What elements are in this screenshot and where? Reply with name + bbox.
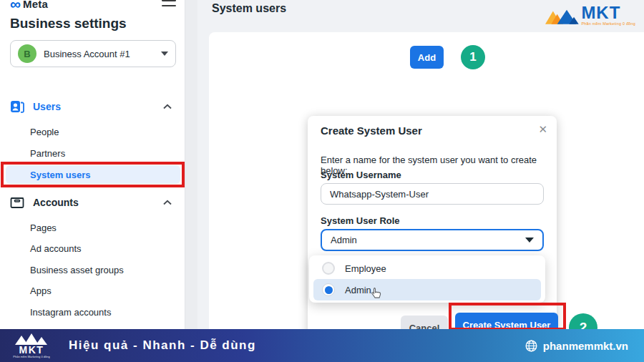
promo-banner: MKT Phần mềm Marketing 0 đồng Hiệu quả -… xyxy=(0,329,644,362)
sidebar-item-label: System users xyxy=(30,170,91,180)
option-label: Employee xyxy=(345,263,386,274)
meta-logo-text: Meta xyxy=(23,0,48,10)
meta-infinity-icon: ∞ xyxy=(10,0,21,10)
sidebar-item-ad-accounts[interactable]: Ad accounts xyxy=(6,239,180,258)
globe-icon xyxy=(525,340,537,352)
username-label: System Username xyxy=(321,170,401,180)
option-admin[interactable]: Admin xyxy=(313,279,541,300)
role-label: System User Role xyxy=(321,215,400,226)
business-account-selector[interactable]: B Business Account #1 xyxy=(10,40,176,67)
sidebar-item-instagram-accounts[interactable]: Instagram accounts xyxy=(6,303,180,321)
system-user-role-select[interactable]: Admin xyxy=(321,229,544,251)
sidebar-item-label: Partners xyxy=(30,148,65,159)
sidebar-scrollbar[interactable] xyxy=(185,0,197,329)
meta-logo: ∞ Meta xyxy=(10,0,48,10)
sidebar-item-apps[interactable]: Apps xyxy=(6,281,180,300)
chevron-down-icon xyxy=(161,52,168,56)
hand-cursor-icon xyxy=(370,287,382,300)
sidebar-item-partners[interactable]: Partners xyxy=(6,144,180,162)
accounts-icon xyxy=(10,196,24,209)
banner-website: phanmemmkt.vn xyxy=(525,340,628,352)
sidebar-item-pages[interactable]: Pages xyxy=(6,218,180,237)
mkt-banner-logo-text: MKT xyxy=(19,346,44,355)
sidebar-item-people[interactable]: People xyxy=(6,122,180,141)
sidebar-item-label: Apps xyxy=(30,285,52,296)
mkt-banner-tagline: Phần mềm Marketing 0 đồng xyxy=(13,355,49,358)
main-page-title: System users xyxy=(212,2,286,15)
sidebar: ∞ Meta Business settings B Business Acco… xyxy=(0,0,185,329)
sidebar-item-system-users[interactable]: System users xyxy=(6,165,180,184)
sidebar-section-users[interactable]: Users xyxy=(10,97,175,116)
sidebar-item-label: Pages xyxy=(30,222,57,233)
mkt-mountains-icon xyxy=(545,4,580,29)
sidebar-section-users-label: Users xyxy=(33,101,155,112)
sidebar-section-accounts-label: Accounts xyxy=(33,197,155,208)
users-icon xyxy=(10,99,24,114)
mkt-logo-tagline: Phần mềm Marketing 0 đồng xyxy=(581,21,635,26)
mkt-logo-text: MKT xyxy=(581,4,635,21)
chevron-up-icon[interactable] xyxy=(163,104,172,109)
dialog-title: Create System User xyxy=(321,124,422,137)
step-badge-1: 1 xyxy=(461,45,485,69)
sidebar-item-label: Business asset groups xyxy=(30,265,124,275)
system-username-input[interactable] xyxy=(321,183,544,205)
sidebar-item-label: Ad accounts xyxy=(30,243,82,254)
mkt-mountains-white-icon xyxy=(15,333,48,346)
business-account-label: Business Account #1 xyxy=(44,49,154,59)
sidebar-item-label: Instagram accounts xyxy=(30,307,111,318)
page-title: Business settings xyxy=(10,16,127,31)
chevron-down-icon xyxy=(525,238,534,243)
mkt-logo: MKT Phần mềm Marketing 0 đồng xyxy=(545,4,635,31)
option-label: Admin xyxy=(345,285,371,295)
avatar: B xyxy=(18,44,36,63)
menu-icon[interactable] xyxy=(162,0,176,10)
chevron-up-icon[interactable] xyxy=(163,200,172,205)
close-icon[interactable]: ✕ xyxy=(538,123,547,136)
website-text: phanmemmkt.vn xyxy=(543,340,628,352)
option-employee[interactable]: Employee xyxy=(313,258,541,279)
radio-selected-icon[interactable] xyxy=(322,283,335,296)
radio-unselected-icon[interactable] xyxy=(322,262,335,275)
sidebar-item-business-asset-groups[interactable]: Business asset groups xyxy=(6,260,180,279)
role-selected-value: Admin xyxy=(331,235,357,245)
add-button[interactable]: Add xyxy=(410,46,444,69)
banner-slogan: Hiệu quả - Nhanh - Dễ dùng xyxy=(69,338,256,353)
sidebar-item-label: People xyxy=(30,127,59,137)
role-options-dropdown: Employee Admin xyxy=(309,255,545,303)
sidebar-section-accounts[interactable]: Accounts xyxy=(10,193,175,212)
mkt-banner-logo: MKT Phần mềm Marketing 0 đồng xyxy=(13,333,50,358)
